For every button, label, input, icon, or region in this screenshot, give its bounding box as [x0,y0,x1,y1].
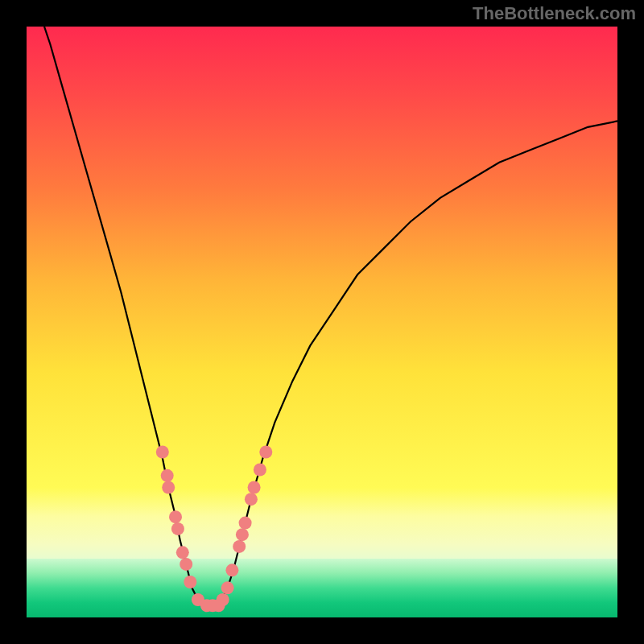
data-marker [233,540,246,553]
data-marker [176,546,189,559]
data-marker [254,464,266,477]
chart-frame: TheBottleneck.com [0,0,644,644]
data-marker [161,469,174,482]
watermark-text: TheBottleneck.com [473,3,636,24]
data-marker [217,593,229,606]
data-marker [239,517,252,530]
data-marker [225,564,238,576]
data-marker [221,581,234,594]
data-marker [248,481,261,494]
data-marker [180,558,192,571]
data-marker [169,510,182,523]
data-markers [27,27,617,617]
plot-area [27,27,617,617]
data-marker [236,528,249,541]
data-marker [162,481,175,494]
data-marker [259,446,272,459]
data-marker [184,576,196,588]
data-marker [245,493,258,506]
data-marker [171,522,184,535]
data-marker [156,446,169,459]
